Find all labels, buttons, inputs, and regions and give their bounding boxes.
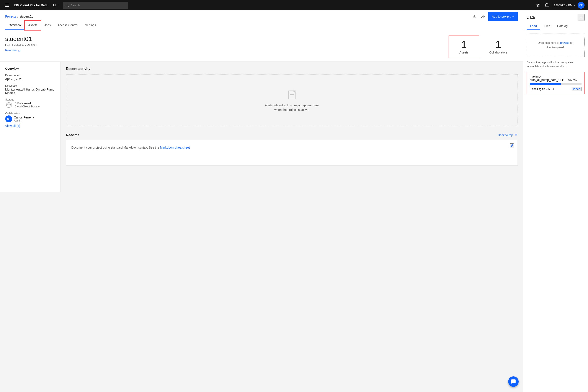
collaborators-stat: 1 Collaborators <box>479 36 518 58</box>
collaborator-item: CF Carlos Ferreira Admin <box>5 116 55 122</box>
project-header: student01 Last Updated: Apr 23, 2021 Rea… <box>0 30 523 62</box>
collaborator-name: Carlos Ferreira <box>14 116 34 119</box>
storage-icon <box>5 102 12 108</box>
readme-edit-button[interactable] <box>510 143 514 148</box>
user-avatar[interactable]: CF <box>577 2 584 9</box>
collaborators-label: Collaborators <box>489 51 507 54</box>
storage-type: Cloud Object Storage <box>15 105 40 108</box>
export-icon[interactable] <box>471 13 478 20</box>
readme-body-text: Document your project using standard Mar… <box>71 145 512 150</box>
upload-progress-bar <box>530 84 581 85</box>
data-panel-body: Drop files here or browse forfiles to up… <box>523 30 588 392</box>
svg-point-10 <box>6 103 11 105</box>
user-menu[interactable]: 2264972 - IBM <box>554 4 576 7</box>
storage-used: 0 Byte used <box>15 102 40 105</box>
collaborators-count: 1 <box>495 40 501 50</box>
tab-jobs[interactable]: Jobs <box>41 21 54 30</box>
markdown-cheatsheet-link[interactable]: Markdown cheatsheet <box>160 146 190 149</box>
pin-icon[interactable] <box>535 2 542 9</box>
assets-label: Assets <box>459 51 469 54</box>
svg-rect-2 <box>5 6 9 7</box>
tab-overview[interactable]: Overview <box>5 21 25 30</box>
activity-empty-state: Alerts related to this project appear he… <box>66 74 518 126</box>
svg-point-5 <box>482 15 483 16</box>
date-created-label: Date created <box>5 74 55 77</box>
tab-settings[interactable]: Settings <box>82 21 100 30</box>
data-panel-header: Data × <box>523 10 588 21</box>
notification-icon[interactable] <box>543 2 550 9</box>
readme-content: Document your project using standard Mar… <box>66 140 518 166</box>
browse-link[interactable]: browse <box>560 41 569 44</box>
collaborator-info: Carlos Ferreira Admin <box>14 116 34 122</box>
project-stats: 1 Assets 1 Collaborators <box>449 36 518 58</box>
sidebar-overview-title: Overview <box>5 67 55 70</box>
svg-point-3 <box>66 4 68 6</box>
description-value: Monitor AutoAI Hands On Lab Pump Models <box>5 88 55 95</box>
description-label: Description <box>5 84 55 87</box>
project-updated: Last Updated: Apr 23, 2021 <box>5 44 442 47</box>
search-placeholder: Search <box>71 4 80 7</box>
content-area: Projects / student01 Add to proj <box>0 10 523 392</box>
data-panel-close-button[interactable]: × <box>577 14 584 21</box>
data-panel-tab-files[interactable]: Files <box>540 22 554 30</box>
activity-empty-icon <box>287 88 297 100</box>
readme-link[interactable]: Readme <box>5 48 442 52</box>
upload-notice: Stay on the page until upload completes.… <box>527 60 584 68</box>
collaborator-avatar: CF <box>5 116 12 122</box>
tab-assets[interactable]: Assets <box>25 21 41 30</box>
date-created-field: Date created Apr 23, 2021 <box>5 74 55 81</box>
back-to-top-button[interactable]: Back to top <box>498 134 518 137</box>
upload-filename: maximo-auto_ai_pump_data_11111096.csv <box>530 75 581 82</box>
collaborators-section-label: Collaborators <box>5 112 55 115</box>
breadcrumb-separator: / <box>18 15 19 18</box>
upload-status-text: Uploading file... 60 % <box>530 88 554 90</box>
breadcrumb-current: student01 <box>20 15 33 18</box>
storage-text: 0 Byte used Cloud Object Storage <box>15 102 40 108</box>
svg-line-4 <box>68 6 69 7</box>
collaborators-section: Collaborators CF Carlos Ferreira Admin V… <box>5 112 55 128</box>
upload-cancel-button[interactable]: Cancel <box>571 87 581 91</box>
breadcrumb-projects-link[interactable]: Projects <box>5 15 16 18</box>
data-panel-title: Data <box>527 15 535 20</box>
floating-chat-button[interactable] <box>508 376 519 387</box>
plus-icon: + <box>512 14 514 18</box>
add-collaborator-icon[interactable] <box>480 13 486 20</box>
main-layout: Projects / student01 Add to proj <box>0 10 588 392</box>
page-content: student01 Last Updated: Apr 23, 2021 Rea… <box>0 30 523 392</box>
readme-section-title: Readme <box>66 133 79 137</box>
topnav-right-actions: 2264972 - IBM CF <box>535 2 584 9</box>
data-panel-tab-catalog[interactable]: Catalog <box>554 22 571 30</box>
breadcrumb: Projects / student01 <box>5 15 33 18</box>
project-info: student01 Last Updated: Apr 23, 2021 Rea… <box>5 36 442 52</box>
svg-rect-6 <box>18 49 20 52</box>
readme-header: Readme Back to top <box>66 133 518 137</box>
data-panel-tab-load[interactable]: Load <box>527 22 540 30</box>
top-navigation: IBM Cloud Pak for Data All Search 226497… <box>0 0 588 10</box>
overview-sidebar: Overview Date created Apr 23, 2021 Descr… <box>0 62 61 192</box>
storage-label: Storage <box>5 98 55 101</box>
scope-dropdown[interactable]: All <box>53 4 60 7</box>
svg-rect-0 <box>5 4 9 4</box>
view-all-collaborators-link[interactable]: View all (1) <box>5 124 55 128</box>
upload-progress-fill <box>530 84 561 85</box>
date-created-value: Apr 23, 2021 <box>5 77 55 81</box>
tab-access-control[interactable]: Access Control <box>54 21 82 30</box>
breadcrumb-actions: Add to project + <box>471 12 518 21</box>
activity-empty-text: Alerts related to this project appear he… <box>265 103 319 112</box>
upload-file-card: maximo-auto_ai_pump_data_11111096.csv Up… <box>527 72 584 94</box>
app-logo: IBM Cloud Pak for Data <box>14 4 48 7</box>
main-panel: Recent activity <box>61 62 523 192</box>
upload-status: Uploading file... 60 % Cancel <box>530 87 581 91</box>
hamburger-menu-icon[interactable] <box>4 2 11 9</box>
project-title: student01 <box>5 36 442 42</box>
search-bar[interactable]: Search <box>63 2 128 9</box>
assets-count: 1 <box>461 40 467 50</box>
tabs-bar: Overview Assets Jobs Access Control Sett… <box>0 21 523 30</box>
readme-section: Readme Back to top <box>66 133 518 166</box>
storage-field: Storage 0 Byte u <box>5 98 55 108</box>
storage-info: 0 Byte used Cloud Object Storage <box>5 102 55 108</box>
recent-activity-title: Recent activity <box>66 67 518 71</box>
file-drop-zone[interactable]: Drop files here or browse forfiles to up… <box>527 34 584 57</box>
add-to-project-button[interactable]: Add to project + <box>488 12 518 21</box>
data-panel-tabs: Load Files Catalog <box>523 22 588 30</box>
